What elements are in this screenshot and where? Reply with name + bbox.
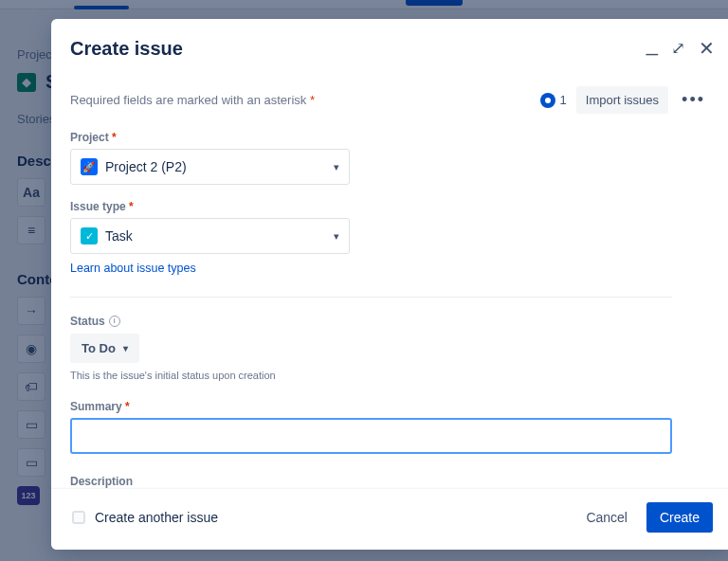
section-divider	[70, 297, 672, 298]
modal-title: Create issue	[70, 38, 709, 60]
chevron-down-icon: ▾	[334, 161, 339, 173]
project-select[interactable]: 🚀 Project 2 (P2) ▾	[70, 149, 350, 185]
chevron-down-icon: ▾	[334, 230, 339, 243]
watchers-count[interactable]: 1	[540, 93, 567, 108]
info-icon[interactable]: i	[109, 316, 120, 327]
project-rocket-icon: 🚀	[81, 158, 98, 175]
eye-icon	[540, 93, 555, 108]
create-issue-modal: Create issue _ ⤢ ✕ Required fields are m…	[51, 19, 728, 550]
import-issues-button[interactable]: Import issues	[576, 86, 668, 114]
learn-issue-types-link[interactable]: Learn about issue types	[70, 262, 196, 275]
project-value: Project 2 (P2)	[105, 159, 187, 174]
project-label: Project *	[70, 131, 350, 144]
modal-footer: Create another issue Cancel Create	[51, 489, 728, 550]
status-hint: This is the issue's initial status upon …	[70, 370, 672, 381]
summary-input[interactable]	[70, 418, 672, 454]
close-icon[interactable]: ✕	[699, 39, 715, 58]
checkbox-icon	[72, 511, 85, 524]
expand-icon[interactable]: ⤢	[671, 40, 685, 57]
description-label: Description	[70, 475, 672, 488]
summary-label: Summary *	[70, 400, 672, 413]
status-label: Status i	[70, 315, 672, 328]
issue-type-label: Issue type *	[70, 200, 350, 213]
chevron-down-icon: ▾	[123, 343, 128, 353]
cancel-button[interactable]: Cancel	[576, 502, 637, 533]
create-button[interactable]: Create	[646, 502, 713, 533]
required-hint: Required fields are marked with an aster…	[70, 93, 315, 107]
more-actions-icon[interactable]: •••	[678, 90, 709, 110]
create-another-checkbox[interactable]: Create another issue	[72, 510, 218, 525]
task-check-icon: ✓	[81, 227, 98, 244]
minimize-icon[interactable]: _	[646, 34, 658, 55]
issue-type-select[interactable]: ✓ Task ▾	[70, 218, 350, 254]
status-select[interactable]: To Do ▾	[70, 334, 139, 363]
issue-type-value: Task	[105, 228, 133, 244]
